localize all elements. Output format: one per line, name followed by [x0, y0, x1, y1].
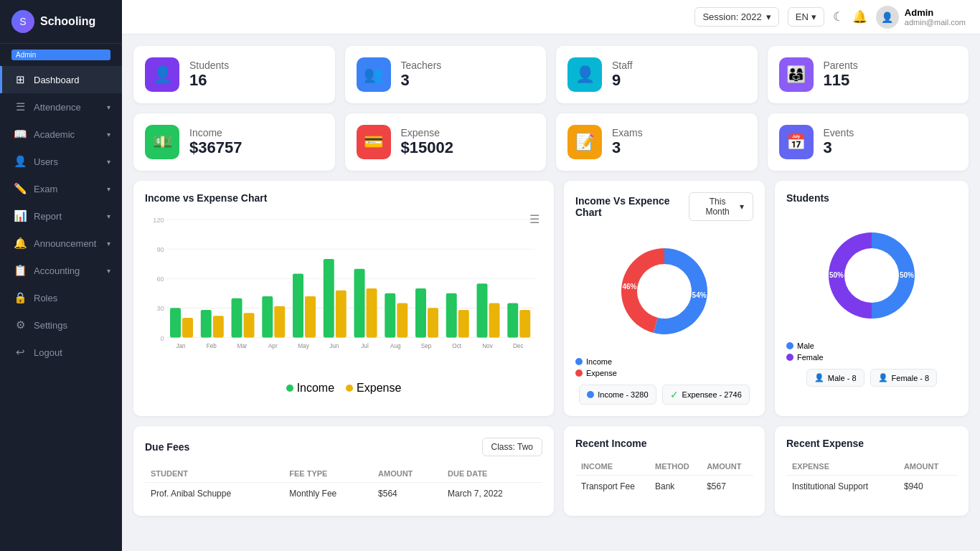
- sidebar-item-settings[interactable]: ⚙ Settings: [0, 311, 122, 339]
- svg-rect-43: [507, 303, 518, 338]
- svg-text:60: 60: [156, 276, 164, 283]
- sidebar-label-dashboard: Dashboard: [34, 75, 110, 85]
- col-method: Method: [649, 458, 701, 476]
- teachers-stat-icon: 👥: [357, 57, 391, 92]
- svg-rect-37: [446, 293, 457, 338]
- income-name: Transport Fee: [575, 476, 649, 498]
- donut-ie-title: Income Vs Expence Chart: [575, 195, 689, 218]
- svg-text:54%: 54%: [692, 291, 707, 299]
- report-icon: 📊: [14, 209, 27, 222]
- recent-expense-title: Recent Expense: [786, 438, 957, 449]
- sidebar-item-dashboard[interactable]: ⊞ Dashboard: [0, 66, 122, 93]
- events-stat-label: Events: [824, 127, 854, 138]
- income-stat-value: $36757: [189, 138, 242, 157]
- stat-card-teachers: 👥 Teachers 3: [345, 46, 547, 103]
- stat-card-income: 💵 Income $36757: [133, 113, 335, 171]
- bar-chart-legend-expense: Expense: [346, 382, 401, 395]
- sidebar-item-users[interactable]: 👤 Users ▾: [0, 148, 122, 175]
- arrow-icon-attendance: ▾: [107, 103, 110, 111]
- svg-rect-44: [519, 310, 530, 337]
- settings-icon: ⚙: [14, 319, 27, 331]
- sidebar-item-roles[interactable]: 🔒 Roles: [0, 284, 122, 311]
- sidebar-item-report[interactable]: 📊 Report ▾: [0, 202, 122, 230]
- charts-row: Income vs Expense Chart ☰ 0306090120JanF…: [133, 181, 969, 416]
- arrow-icon-exam: ▾: [107, 185, 110, 193]
- recent-expense-table: Expense Amount Institutional Support $94…: [786, 458, 957, 497]
- svg-text:50%: 50%: [900, 271, 914, 279]
- sidebar-label-accounting: Accounting: [34, 265, 100, 276]
- sidebar-label-roles: Roles: [34, 293, 110, 303]
- stat-card-exams: 📝 Exams 3: [556, 113, 758, 171]
- exams-stat-icon: 📝: [567, 125, 602, 159]
- income-stat-icon: 💵: [145, 125, 179, 159]
- due-fees-header: Due Fees Class: Two: [145, 438, 542, 456]
- col-student: Student: [145, 465, 283, 483]
- svg-rect-32: [397, 303, 407, 338]
- income-expense-bar-chart-card: Income vs Expense Chart ☰ 0306090120JanF…: [133, 181, 554, 416]
- students-stats: 👤 Male - 8 👤 Female - 8: [806, 369, 937, 387]
- recent-income-card: Recent Income Income Method Amount Trans…: [564, 426, 765, 516]
- svg-text:Nov: Nov: [482, 343, 493, 349]
- parents-stat-label: Parents: [824, 60, 858, 71]
- due-date: March 7, 2022: [442, 483, 542, 505]
- roles-icon: 🔒: [14, 291, 27, 304]
- students-stat-value: 16: [189, 71, 229, 90]
- income-stat: Income - 3280: [579, 385, 656, 405]
- stat-card-parents: 👨‍👩‍👧 Parents 115: [768, 46, 969, 103]
- sidebar-item-attendance[interactable]: ☰ Attendence ▾: [0, 93, 122, 121]
- donut-chart-header: Income Vs Expence Chart This Month ▾: [575, 192, 753, 221]
- events-stat-icon: 📅: [779, 125, 814, 159]
- col-due-date: Due Date: [442, 465, 542, 483]
- svg-rect-20: [274, 306, 285, 338]
- logout-icon: ↩: [14, 346, 27, 359]
- language-selector[interactable]: EN ▾: [788, 7, 824, 27]
- stat-card-staff: 👤 Staff 9: [556, 46, 758, 103]
- user-info: 👤 Admin admin@mail.com: [876, 6, 966, 29]
- accounting-icon: 📋: [14, 264, 27, 277]
- staff-stat-icon: 👤: [567, 57, 602, 92]
- svg-rect-40: [477, 283, 488, 337]
- class-filter-button[interactable]: Class: Two: [482, 438, 542, 456]
- male-stat: 👤 Male - 8: [806, 369, 864, 387]
- svg-text:46%: 46%: [622, 283, 636, 291]
- sidebar-item-accounting[interactable]: 📋 Accounting ▾: [0, 257, 122, 284]
- students-stat-label: Students: [189, 60, 229, 71]
- svg-text:Jun: Jun: [329, 343, 339, 349]
- bar-chart-container: ☰ 0306090120JanFebMarAprMayJunJulAugSepO…: [145, 212, 542, 377]
- this-month-button[interactable]: This Month ▾: [689, 192, 753, 221]
- sidebar-item-announcement[interactable]: 🔔 Announcement ▾: [0, 230, 122, 257]
- sidebar-item-exam[interactable]: ✏️ Exam ▾: [0, 175, 122, 202]
- parents-stat-value: 115: [824, 71, 858, 90]
- sidebar-item-logout[interactable]: ↩ Logout: [0, 339, 122, 366]
- dashboard: 👤 Students 16 👥 Teachers 3 👤 Staff 9 👨‍👩…: [122, 34, 980, 527]
- expense-stat-value: $15002: [401, 138, 453, 157]
- svg-text:May: May: [298, 343, 309, 349]
- col-income: Income: [575, 458, 649, 476]
- stat-card-students: 👤 Students 16: [133, 46, 335, 103]
- svg-text:120: 120: [153, 217, 164, 224]
- notifications-icon[interactable]: 🔔: [852, 9, 867, 24]
- bar-chart-menu-icon[interactable]: ☰: [529, 212, 540, 226]
- theme-toggle-icon[interactable]: ☾: [833, 9, 844, 24]
- amount: $567: [701, 476, 753, 498]
- svg-text:Feb: Feb: [207, 343, 217, 349]
- dropdown-icon: ▾: [740, 202, 744, 212]
- svg-rect-19: [262, 296, 273, 337]
- svg-rect-38: [458, 310, 469, 337]
- sidebar-label-academic: Academic: [34, 129, 100, 140]
- session-selector[interactable]: Session: 2022 ▾: [694, 7, 778, 27]
- students-legend-male: Male: [786, 342, 824, 350]
- svg-text:50%: 50%: [829, 271, 844, 279]
- header: Session: 2022 ▾ EN ▾ ☾ 🔔 👤 Admin admin@m…: [122, 0, 980, 34]
- income-stat-label: Income: [189, 127, 242, 138]
- main-content: Session: 2022 ▾ EN ▾ ☾ 🔔 👤 Admin admin@m…: [122, 0, 980, 551]
- svg-text:Sep: Sep: [421, 343, 432, 349]
- amount: $940: [898, 476, 957, 498]
- table-header-row: Student Fee Type Amount Due Date: [145, 465, 542, 483]
- academic-icon: 📖: [14, 128, 27, 141]
- admin-badge: Admin: [11, 50, 110, 60]
- svg-text:90: 90: [156, 246, 164, 253]
- user-email: admin@mail.com: [905, 18, 966, 27]
- sidebar-label-announcement: Announcement: [34, 238, 100, 249]
- sidebar-item-academic[interactable]: 📖 Academic ▾: [0, 121, 122, 148]
